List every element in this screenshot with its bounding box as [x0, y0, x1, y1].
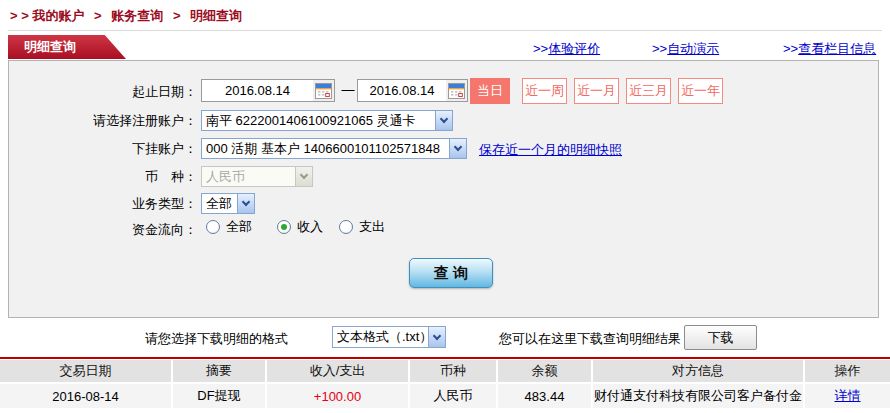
radio-icon — [206, 220, 220, 234]
column-info-link[interactable]: >>查看栏目信息 — [783, 40, 876, 58]
cell-counterparty: 财付通支付科技有限公司客户备付金 — [593, 384, 803, 408]
flow-expense-label: 支出 — [359, 218, 385, 236]
link-label: 查看栏目信息 — [798, 41, 876, 56]
range-year-button[interactable]: 近一年 — [678, 78, 723, 104]
flow-income-label: 收入 — [297, 218, 323, 236]
sub-account-select[interactable]: 000 活期 基本户 1406600101102571848 — [201, 138, 467, 159]
calendar-icon[interactable] — [446, 80, 467, 101]
link-prefix: >> — [652, 41, 667, 56]
header-summary: 摘要 — [173, 360, 265, 382]
sub-account-label: 下挂账户： — [9, 140, 197, 158]
flow-all-label: 全部 — [226, 218, 252, 236]
download-format-label: 请您选择下载明细的格式 — [145, 330, 288, 348]
flow-expense-radio[interactable]: 支出 — [339, 218, 385, 236]
link-prefix: >> — [533, 41, 548, 56]
cell-action: 详情 — [805, 384, 890, 408]
link-label: 体验评价 — [548, 41, 600, 56]
business-type-value: 全部 — [202, 194, 237, 213]
chevron-down-icon — [295, 167, 312, 186]
currency-value: 人民币 — [202, 167, 295, 186]
header-balance: 余额 — [498, 360, 591, 382]
breadcrumb-item-account-query[interactable]: 账务查询 — [111, 8, 163, 23]
date-from-input[interactable] — [202, 83, 313, 98]
breadcrumb-leading: > > — [10, 8, 29, 23]
breadcrumb-separator: > — [173, 8, 181, 23]
register-account-value: 南平 6222001406100921065 灵通卡 — [202, 111, 435, 130]
radio-icon — [339, 220, 353, 234]
result-table: 交易日期 摘要 收入/支出 币种 余额 对方信息 操作 2016-08-14 D… — [0, 360, 890, 410]
cell-currency: 人民币 — [410, 384, 496, 408]
download-format-select[interactable]: 文本格式（.txt） — [332, 326, 446, 348]
date-from-field[interactable] — [201, 79, 335, 102]
auto-demo-link[interactable]: >>自动演示 — [652, 40, 719, 58]
experience-rating-link[interactable]: >>体验评价 — [533, 40, 600, 58]
save-snapshot-link[interactable]: 保存近一个月的明细快照 — [479, 141, 622, 159]
divider — [8, 30, 882, 31]
business-type-label: 业务类型： — [9, 195, 197, 213]
register-account-label: 请选择注册账户： — [9, 112, 197, 130]
register-account-select[interactable]: 南平 6222001406100921065 灵通卡 — [201, 110, 453, 131]
breadcrumb-item-my-account[interactable]: 我的账户 — [32, 8, 84, 23]
range-week-button[interactable]: 近一周 — [522, 78, 567, 104]
header-counterparty: 对方信息 — [593, 360, 803, 382]
chevron-down-icon — [428, 327, 445, 347]
range-today-button[interactable]: 当日 — [470, 78, 510, 104]
detail-query-page: > > 我的账户 > 账务查询 > 明细查询 明细查询 >>体验评价 >>自动演… — [0, 0, 890, 413]
business-type-select[interactable]: 全部 — [201, 193, 255, 214]
header-currency: 币种 — [410, 360, 496, 382]
chevron-down-icon — [435, 111, 452, 130]
breadcrumb: > > 我的账户 > 账务查询 > 明细查询 — [10, 7, 242, 25]
radio-checked-icon — [277, 220, 291, 234]
range-month-button[interactable]: 近一月 — [574, 78, 619, 104]
download-format-value: 文本格式（.txt） — [333, 327, 428, 347]
range-quarter-button[interactable]: 近三月 — [626, 78, 671, 104]
sub-account-value: 000 活期 基本户 1406600101102571848 — [202, 139, 449, 158]
table-header-row: 交易日期 摘要 收入/支出 币种 余额 对方信息 操作 — [0, 360, 890, 382]
download-button[interactable]: 下载 — [684, 325, 757, 350]
currency-label: 币 种： — [9, 168, 197, 186]
chevron-down-icon — [449, 139, 466, 158]
cell-summary: DF提现 — [173, 384, 265, 408]
chevron-down-icon — [237, 194, 254, 213]
date-range-label: 起止日期： — [9, 83, 197, 101]
query-form-panel: 起止日期： — — [8, 60, 879, 318]
breadcrumb-item-detail-query: 明细查询 — [190, 8, 242, 23]
query-button[interactable]: 查 询 — [409, 258, 493, 288]
link-prefix: >> — [783, 41, 798, 56]
cell-balance: 483.44 — [498, 384, 591, 408]
fund-flow-label: 资金流向： — [9, 221, 197, 239]
currency-select: 人民币 — [201, 166, 313, 187]
flow-income-radio[interactable]: 收入 — [277, 218, 323, 236]
header-action: 操作 — [805, 360, 890, 382]
calendar-icon[interactable] — [313, 80, 334, 101]
download-hint-text: 您可以在这里下载查询明细结果 — [499, 330, 681, 348]
date-to-input[interactable] — [358, 83, 446, 98]
table-top-rule — [0, 357, 890, 359]
cell-amount: +100.00 — [267, 384, 408, 408]
tab-detail-query[interactable]: 明细查询 — [8, 35, 126, 59]
detail-link[interactable]: 详情 — [835, 387, 861, 405]
link-label: 自动演示 — [667, 41, 719, 56]
breadcrumb-separator: > — [94, 8, 102, 23]
table-row: 2016-08-14 DF提现 +100.00 人民币 483.44 财付通支付… — [0, 384, 890, 408]
date-to-field[interactable] — [357, 79, 468, 102]
header-trade-date: 交易日期 — [0, 360, 171, 382]
cell-trade-date: 2016-08-14 — [0, 384, 171, 408]
header-amount: 收入/支出 — [267, 360, 408, 382]
flow-all-radio[interactable]: 全部 — [206, 218, 252, 236]
date-range-dash: — — [340, 82, 356, 97]
